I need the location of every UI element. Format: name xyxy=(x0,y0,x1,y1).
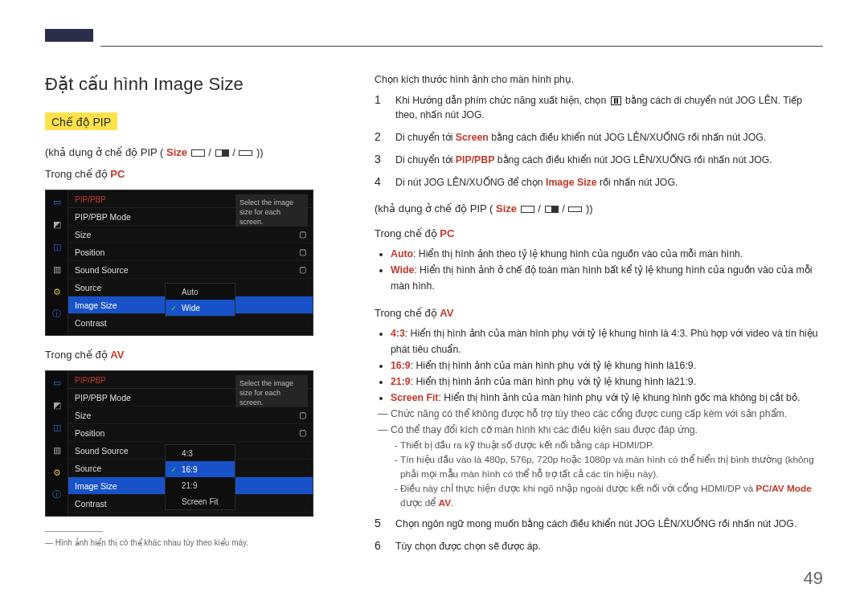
bullet-kw: Screen Fit xyxy=(391,392,438,403)
osd-row[interactable]: Position▢ xyxy=(68,424,313,442)
avail-kw: Size xyxy=(166,146,187,158)
step-6: 6 Tùy chọn được chọn sẽ được áp. xyxy=(375,539,823,554)
avail2-kw: Size xyxy=(496,202,517,215)
left-column: Đặt cấu hình Image Size Chế độ PIP (khả … xyxy=(45,74,342,562)
bullet-kw: 16:9 xyxy=(391,360,411,371)
pc-mode-heading-2: Trong chế độ PC xyxy=(375,227,823,239)
step-num: 2 xyxy=(375,130,386,145)
footnote-text: Hình ảnh hiển thị có thể khác nhau tùy t… xyxy=(55,538,248,547)
step-text: bằng cách điều khiển nút JOG LÊN/XUỐNG r… xyxy=(494,154,772,166)
rect-icon xyxy=(568,206,582,212)
rect-icon xyxy=(521,206,534,213)
step-text: rồi nhấn nút JOG. xyxy=(597,177,678,188)
bullet-text: : Hiển thị hình ảnh của màn hình phụ với… xyxy=(411,376,696,387)
info-icon: ⓘ xyxy=(46,303,68,325)
step-body: Di nút JOG LÊN/XUỐNG để chọn Image Size … xyxy=(395,175,823,190)
step-text: Di nút JOG LÊN/XUỐNG để chọn xyxy=(395,177,546,188)
osd-option[interactable]: Auto xyxy=(166,284,235,300)
osd-option[interactable]: ✓16:9 xyxy=(166,461,235,477)
step: 2Di chuyển tới Screen bằng cách điều khi… xyxy=(375,130,823,145)
av2-kw: AV xyxy=(440,307,453,319)
step-body: Di chuyển tới PIP/PBP bằng cách điều khi… xyxy=(395,153,823,167)
osd-row-value: ▢ xyxy=(299,428,306,437)
pc-mode-heading: Trong chế độ PC xyxy=(45,168,342,180)
bullet-text: : Hiển thị hình ảnh của màn hình phụ với… xyxy=(438,392,800,403)
osd-option-label: Auto xyxy=(182,288,199,296)
subnote-text: được để xyxy=(400,497,439,509)
av-mode-heading-2: Trong chế độ AV xyxy=(375,307,823,319)
osd-desc: Select the image size for each screen. xyxy=(235,194,308,227)
picture-icon: ◩ xyxy=(46,213,68,235)
step-text: Khi Hướng dẫn phím chức năng xuất hiện, … xyxy=(395,95,609,106)
header-bar xyxy=(45,29,93,42)
subnote-item: Thiết bị đầu ra kỹ thuật số được kết nối… xyxy=(400,438,823,452)
osd-body: PIP/PBP Select the image size for each s… xyxy=(68,371,313,516)
screen-icon: ▥ xyxy=(46,439,68,461)
subnote-text: Điều này chỉ thực hiện được khi ngõ nhập… xyxy=(400,483,756,494)
pc2-pre: Trong chế độ xyxy=(375,227,440,239)
pc2-kw: PC xyxy=(440,227,454,239)
pip-icon: ◫ xyxy=(46,416,68,439)
av2-pre: Trong chế độ xyxy=(375,307,440,319)
right-column: Chọn kích thước hình ảnh cho màn hình ph… xyxy=(375,74,823,562)
check-icon: ✓ xyxy=(170,304,178,313)
osd-menu-av: ▭ ◩ ◫ ▥ ⚙ ⓘ PIP/PBP Select the image siz… xyxy=(45,370,313,517)
osd-option[interactable]: 21:9 xyxy=(166,477,235,493)
rect-icon xyxy=(215,149,229,157)
monitor-icon: ▭ xyxy=(46,190,68,213)
intro-text: Chọn kích thước hình ảnh cho màn hình ph… xyxy=(375,74,823,85)
bullet-kw: 4:3 xyxy=(391,328,405,339)
av-mode-heading: Trong chế độ AV xyxy=(45,349,342,361)
rect-icon xyxy=(545,206,559,213)
avail2-pre: (khả dụng ở chế độ PIP ( xyxy=(375,202,493,215)
bullet-text: : Hiển thị hình ảnh của màn hình phụ với… xyxy=(411,360,696,371)
footnote-rule xyxy=(45,531,103,532)
osd-menu-pc: ▭ ◩ ◫ ▥ ⚙ ⓘ PIP/PBP Select the image siz… xyxy=(45,190,313,336)
osd-sidebar: ▭ ◩ ◫ ▥ ⚙ ⓘ xyxy=(46,371,68,516)
osd-option[interactable]: ✓Wide xyxy=(166,300,235,316)
osd-option-label: 16:9 xyxy=(182,465,197,474)
osd-row-label: Sound Source xyxy=(75,265,299,275)
av-mode-pre: Trong chế độ xyxy=(45,349,110,361)
step-body: Khi Hướng dẫn phím chức năng xuất hiện, … xyxy=(395,93,823,122)
osd-row-label: Size xyxy=(75,411,299,420)
rect-icon xyxy=(191,149,205,157)
rect-icon xyxy=(239,150,252,156)
step-keyword: Image Size xyxy=(546,177,597,188)
av-mode-kw: AV xyxy=(110,349,124,361)
step-num: 4 xyxy=(375,175,386,190)
osd-option[interactable]: Screen Fit xyxy=(166,493,235,509)
step-body: Chọn ngôn ngữ mong muốn bằng cách điều k… xyxy=(395,517,823,531)
list-item: 4:3: Hiển thị hình ảnh của màn hình phụ … xyxy=(391,325,823,358)
picture-icon: ◩ xyxy=(46,394,68,416)
osd-row[interactable]: Sound Source▢ xyxy=(68,261,313,279)
osd-row[interactable]: Size▢ xyxy=(68,226,313,243)
osd-submenu: Auto✓Wide xyxy=(165,283,235,317)
monitor-icon: ▭ xyxy=(46,371,68,394)
osd-row-label: Size xyxy=(75,230,299,239)
osd-row-label: Position xyxy=(75,247,299,257)
gear-icon: ⚙ xyxy=(46,280,68,303)
osd-row-label: Contrast xyxy=(75,318,306,328)
osd-row[interactable]: Position▢ xyxy=(68,243,313,261)
step-body: Di chuyển tới Screen bằng cách điều khiể… xyxy=(395,130,823,145)
info-icon: ⓘ xyxy=(46,484,68,506)
osd-option-label: 21:9 xyxy=(182,481,197,490)
subnote-kw: AV xyxy=(439,497,452,509)
osd-desc: Select the image size for each screen. xyxy=(235,375,308,407)
osd-row[interactable]: Contrast xyxy=(68,314,313,332)
step: 1Khi Hướng dẫn phím chức năng xuất hiện,… xyxy=(375,93,823,122)
osd-option[interactable]: 4:3 xyxy=(166,445,235,461)
note-item: Có thể thay đổi kích cỡ màn hình khi các… xyxy=(391,422,823,438)
subnotes-list: Thiết bị đầu ra kỹ thuật số được kết nối… xyxy=(400,438,823,510)
bullet-text: : Hiển thị hình ảnh ở chế độ toàn màn hì… xyxy=(391,264,812,292)
subnote-kw: PC/AV Mode xyxy=(756,483,812,494)
bullet-text: : Hiển thị hình ảnh của màn hình phụ với… xyxy=(391,328,818,355)
step-keyword: PIP/PBP xyxy=(456,154,495,166)
header-rule xyxy=(100,46,823,47)
osd-row-value: ▢ xyxy=(299,230,306,239)
osd-row[interactable]: Size▢ xyxy=(68,407,313,424)
step-num: 1 xyxy=(375,93,386,122)
pc-mode-kw: PC xyxy=(110,168,125,180)
avail2-post: )) xyxy=(586,202,593,215)
